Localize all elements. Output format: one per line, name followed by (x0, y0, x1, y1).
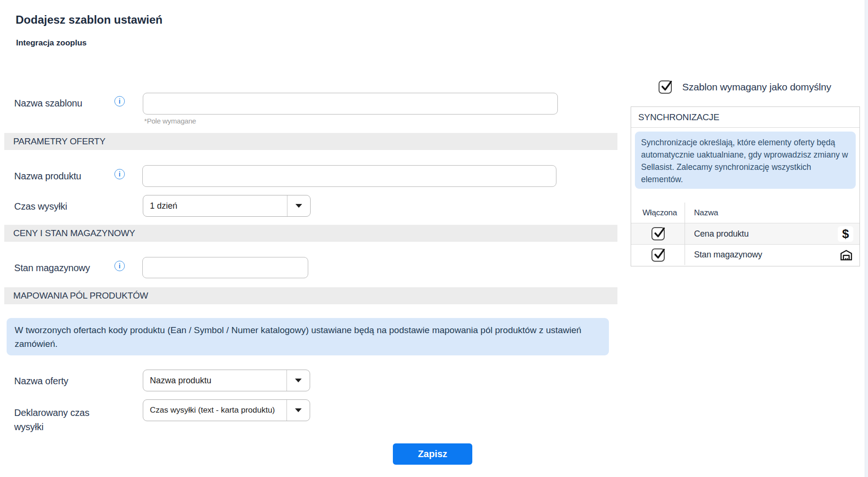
synchronizations-panel: SYNCHRONIZACJE Synchronizacje określają,… (631, 106, 860, 266)
selected-value: Nazwa produktu (143, 376, 286, 386)
chevron-down-icon (295, 379, 302, 382)
section-title: CENY I STAN MAGAZYNOWY (13, 228, 135, 238)
template-name-label: Nazwa szablonu (14, 98, 82, 109)
table-row: Stan magazynowy (631, 244, 859, 265)
section-prices-stock: CENY I STAN MAGAZYNOWY (4, 225, 617, 242)
page-subtitle: Integracja zooplus (16, 38, 87, 48)
offer-name-label: Nazwa oferty (14, 376, 68, 387)
section-title: PARAMETRY OFERTY (13, 136, 105, 147)
required-field-note: *Pole wymagane (144, 117, 196, 125)
template-name-input[interactable] (143, 93, 558, 115)
offer-name-select[interactable]: Nazwa produktu (143, 370, 310, 391)
scrollbar[interactable] (865, 0, 868, 477)
default-template-checkbox-label: Szablon wymagany jako domyślny (682, 81, 831, 93)
select-arrow-box (287, 195, 310, 216)
dollar-icon: $ (838, 226, 853, 242)
info-icon[interactable]: i (114, 261, 125, 271)
select-arrow-box (286, 370, 310, 391)
select-arrow-box (286, 400, 310, 421)
declared-shipping-time-select[interactable]: Czas wysyłki (text - karta produktu) (143, 399, 310, 421)
column-header-enabled: Włączona (642, 208, 677, 218)
chevron-down-icon (295, 408, 302, 412)
shipping-time-select[interactable]: 1 dzień (143, 195, 311, 217)
check-icon (660, 80, 673, 93)
declared-shipping-time-label: Deklarowany czas wysyłki (14, 406, 109, 434)
check-icon (653, 247, 666, 261)
column-header-name: Nazwa (694, 208, 718, 218)
mapping-info-callout: W tworzonych ofertach kody produktu (Ean… (7, 318, 609, 355)
default-template-checkbox[interactable] (659, 80, 672, 94)
save-button[interactable]: Zapisz (393, 443, 472, 465)
panel-header: SYNCHRONIZACJE (631, 107, 859, 128)
sync-price-checkbox[interactable] (651, 227, 665, 240)
selected-value: Czas wysyłki (text - karta produktu) (143, 406, 286, 415)
table-row: Cena produktu $ (631, 223, 859, 244)
sync-info-callout: Synchronizacje określają, które elementy… (635, 132, 856, 189)
panel-title: SYNCHRONIZACJE (638, 112, 719, 123)
product-name-input[interactable] (142, 165, 556, 187)
section-offer-parameters: PARAMETRY OFERTY (4, 133, 617, 150)
sync-table: Włączona Nazwa Cena produktu $ (631, 203, 859, 266)
stock-label: Stan magazynowy (14, 263, 90, 274)
selected-value: 1 dzień (143, 201, 287, 211)
shipping-time-label: Czas wysyłki (14, 201, 67, 212)
section-title: MAPOWANIA PÓL PRODUKTÓW (13, 291, 148, 301)
info-icon[interactable]: i (114, 96, 125, 106)
page-title: Dodajesz szablon ustawień (16, 13, 163, 26)
sync-row-name: Stan magazynowy (694, 250, 839, 260)
product-name-label: Nazwa produktu (14, 171, 81, 182)
section-product-field-mappings: MAPOWANIA PÓL PRODUKTÓW (4, 287, 617, 304)
info-icon[interactable]: i (114, 169, 125, 179)
chevron-down-icon (295, 204, 302, 208)
table-header-row: Włączona Nazwa (631, 203, 859, 223)
sync-stock-checkbox[interactable] (651, 248, 665, 262)
add-settings-template-page: Dodajesz szablon ustawień Integracja zoo… (0, 0, 868, 477)
check-icon (653, 226, 666, 239)
warehouse-icon (839, 248, 853, 262)
sync-row-name: Cena produktu (694, 229, 838, 239)
stock-input[interactable] (142, 257, 308, 278)
